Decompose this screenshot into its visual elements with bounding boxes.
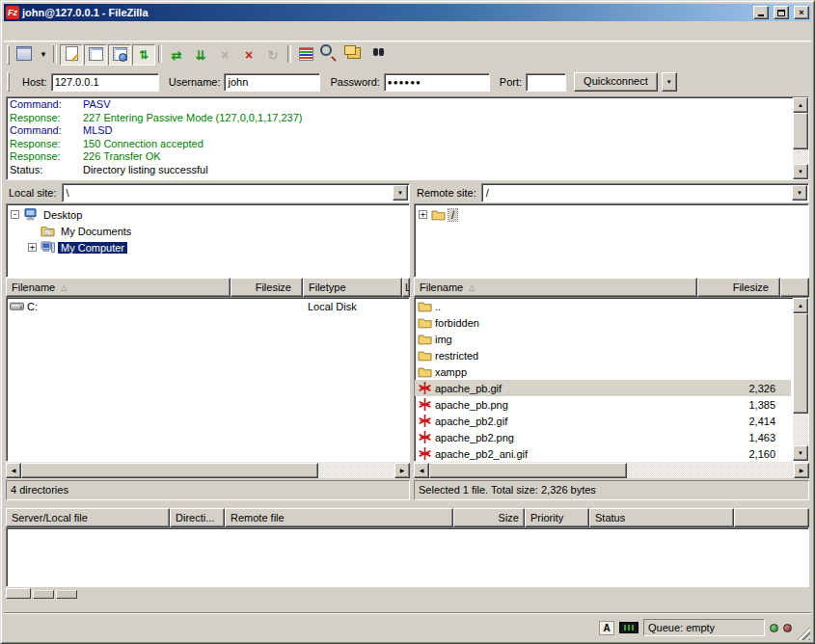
host-input[interactable] bbox=[51, 73, 159, 92]
queue-column-header[interactable]: Size bbox=[453, 508, 525, 527]
queue-column-header[interactable]: Remote file bbox=[225, 508, 453, 527]
local-file-row-c-drive[interactable]: C: Local Disk bbox=[7, 298, 409, 314]
tab-failed-transfers[interactable] bbox=[33, 590, 54, 599]
cancel-operation-icon[interactable]: × bbox=[213, 44, 236, 66]
scroll-down-icon[interactable]: ▼ bbox=[793, 445, 808, 461]
tree-expander-icon[interactable]: + bbox=[419, 210, 427, 219]
title-bar: Fz john@127.0.0.1 - FileZilla × bbox=[4, 4, 811, 21]
menu-bookmarks[interactable] bbox=[82, 28, 97, 34]
column-header[interactable]: Filename△ bbox=[6, 278, 231, 297]
combo-dropdown-icon[interactable]: ▼ bbox=[393, 185, 408, 201]
queue-column-header[interactable]: Server/Local file bbox=[6, 508, 170, 527]
scroll-up-icon[interactable]: ▲ bbox=[793, 97, 808, 113]
directory-comparison-icon[interactable] bbox=[318, 44, 341, 66]
scrollbar-thumb[interactable] bbox=[793, 313, 808, 414]
toolbar-grip[interactable] bbox=[7, 45, 10, 65]
remote-horizontal-scrollbar[interactable]: ◀ ▶ bbox=[414, 462, 809, 478]
toggle-transfer-queue-icon[interactable]: ⇅ bbox=[132, 44, 155, 66]
tree-expander-icon[interactable]: + bbox=[28, 243, 37, 252]
status-bar: A Queue: empty bbox=[4, 612, 811, 640]
site-manager-dropdown-icon[interactable]: ▼ bbox=[37, 44, 50, 66]
scroll-left-icon[interactable]: ◀ bbox=[414, 463, 429, 478]
scroll-right-icon[interactable]: ▶ bbox=[394, 463, 410, 478]
column-header[interactable]: L bbox=[402, 278, 410, 297]
queue-column-header[interactable]: Directi... bbox=[170, 508, 225, 527]
tree-item-root[interactable]: + / bbox=[415, 206, 808, 223]
quickconnect-grip[interactable] bbox=[7, 72, 10, 92]
remote-file-row[interactable]: forbidden bbox=[415, 314, 791, 331]
remote-site-label: Remote site: bbox=[414, 187, 481, 199]
tab-successful-transfers[interactable] bbox=[56, 590, 77, 599]
scrollbar-thumb[interactable] bbox=[429, 463, 627, 478]
site-manager-icon[interactable] bbox=[13, 44, 36, 66]
resize-grip[interactable] bbox=[797, 627, 810, 640]
close-button[interactable]: × bbox=[794, 6, 809, 19]
menu-transfer[interactable] bbox=[51, 28, 67, 34]
local-site-label: Local site: bbox=[6, 187, 62, 199]
remote-file-row[interactable]: apache_pb.png 1,385 bbox=[415, 396, 791, 413]
tab-queued-files[interactable] bbox=[6, 588, 31, 599]
menu-view[interactable] bbox=[36, 28, 51, 34]
column-header[interactable]: Filesize bbox=[697, 278, 780, 297]
refresh-icon[interactable]: ⇄ bbox=[165, 44, 188, 66]
remote-file-row[interactable]: restricted bbox=[415, 347, 791, 363]
file-name: restricted bbox=[435, 350, 478, 362]
remote-list-scrollbar[interactable]: ▲ ▼ bbox=[793, 298, 808, 461]
scroll-right-icon[interactable]: ▶ bbox=[794, 463, 809, 478]
scrollbar-thumb[interactable] bbox=[21, 463, 318, 478]
minimize-icon bbox=[758, 14, 764, 16]
queue-column-header[interactable]: Status bbox=[589, 508, 734, 527]
log-scrollbar[interactable]: ▲ ▼ bbox=[793, 97, 808, 179]
quickconnect-button[interactable]: Quickconnect bbox=[574, 72, 658, 92]
toggle-local-tree-icon[interactable] bbox=[84, 44, 107, 66]
toggle-remote-tree-icon[interactable] bbox=[108, 44, 131, 66]
menu-server[interactable] bbox=[67, 28, 82, 34]
menu-file[interactable] bbox=[5, 28, 20, 34]
process-queue-icon[interactable]: ⇊ bbox=[189, 44, 212, 66]
scroll-up-icon[interactable]: ▲ bbox=[793, 298, 808, 313]
minimize-button[interactable] bbox=[753, 6, 769, 19]
port-input[interactable] bbox=[526, 73, 566, 92]
menu-help[interactable] bbox=[97, 28, 113, 34]
remote-file-row[interactable]: apache_pb2_ani.gif 2,160 bbox=[415, 445, 791, 462]
remote-site-combo[interactable]: / ▼ bbox=[481, 183, 809, 202]
menu-edit[interactable] bbox=[20, 28, 36, 34]
file-name: apache_pb2.png bbox=[435, 432, 514, 443]
disconnect-icon[interactable]: × bbox=[237, 44, 260, 66]
scroll-down-icon[interactable]: ▼ bbox=[793, 164, 808, 179]
column-header[interactable]: Filetype bbox=[303, 278, 402, 297]
reconnect-icon[interactable]: ↻ bbox=[261, 44, 285, 66]
scroll-left-icon[interactable]: ◀ bbox=[6, 463, 21, 478]
scrollbar-thumb[interactable] bbox=[793, 113, 808, 149]
tree-expander-icon[interactable]: - bbox=[11, 210, 19, 219]
file-type-icon bbox=[9, 300, 24, 313]
combo-dropdown-icon[interactable]: ▼ bbox=[792, 185, 807, 201]
remote-file-row[interactable]: apache_pb.gif 2,326 bbox=[415, 380, 791, 396]
remote-file-row[interactable]: apache_pb2.gif 2,414 bbox=[415, 413, 791, 429]
filter-icon[interactable] bbox=[294, 44, 317, 66]
file-name: xampp bbox=[435, 366, 467, 378]
remote-file-row[interactable]: .. bbox=[415, 298, 791, 314]
tree-item-my-computer[interactable]: + My Computer bbox=[7, 239, 409, 255]
column-header[interactable]: Filesize bbox=[231, 278, 303, 297]
quickconnect-dropdown-icon[interactable]: ▼ bbox=[662, 72, 677, 92]
tree-item-desktop[interactable]: - Desktop bbox=[7, 206, 409, 223]
synchronized-browsing-icon[interactable] bbox=[342, 44, 366, 66]
local-site-combo[interactable]: \ ▼ bbox=[62, 183, 410, 202]
find-files-icon[interactable] bbox=[367, 44, 390, 66]
password-input[interactable] bbox=[384, 73, 490, 92]
maximize-button[interactable] bbox=[774, 6, 789, 19]
local-site-value: \ bbox=[67, 187, 69, 199]
toggle-message-log-icon[interactable] bbox=[60, 44, 83, 66]
local-horizontal-scrollbar[interactable]: ◀ ▶ bbox=[6, 462, 410, 478]
send-led-icon bbox=[783, 624, 792, 632]
queue-column-header[interactable] bbox=[734, 508, 809, 527]
username-input[interactable] bbox=[224, 73, 320, 92]
column-header[interactable]: Filename△ bbox=[414, 278, 697, 297]
queue-column-header[interactable]: Priority bbox=[525, 508, 589, 527]
tree-item-my-documents[interactable]: My Documents bbox=[7, 223, 409, 239]
remote-file-row[interactable]: xampp bbox=[415, 363, 791, 380]
column-header[interactable] bbox=[780, 278, 809, 297]
remote-file-row[interactable]: apache_pb2.png 1,463 bbox=[415, 429, 791, 445]
remote-file-row[interactable]: img bbox=[415, 331, 791, 347]
